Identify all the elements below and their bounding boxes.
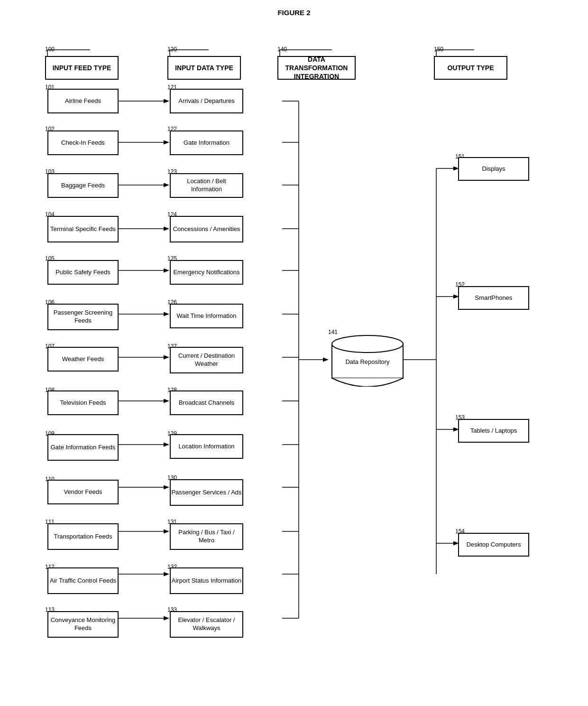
feed-104: Terminal Specific Feeds — [47, 216, 119, 242]
feed-111: Transportation Feeds — [47, 523, 119, 550]
dtype-123: Location / Belt Information — [170, 173, 243, 198]
dtype-125: Emergency Notifications — [170, 260, 243, 285]
dtype-133: Elevator / Escalator / Walkways — [170, 611, 243, 638]
feed-103: Baggage Feeds — [47, 173, 119, 198]
feed-102: Check-In Feeds — [47, 130, 119, 155]
dtype-131: Parking / Bus / Taxi / Metro — [170, 523, 243, 550]
feed-107: Weather Feeds — [47, 347, 119, 372]
data-repository-cylinder: Data Repository — [330, 334, 405, 387]
feed-113: Conveyance Monitoring Feeds — [47, 611, 119, 638]
dtype-129: Location Information — [170, 434, 243, 459]
header-output-type: OUTPUT TYPE — [434, 56, 507, 80]
header-input-data-type: INPUT DATA TYPE — [167, 56, 241, 80]
figure-title: FIGURE 2 — [0, 0, 588, 21]
header-data-transformation: DATA TRANSFORMATION INTEGRATION — [277, 56, 356, 80]
header-input-feed-type: INPUT FEED TYPE — [45, 56, 119, 80]
output-151: Displays — [458, 157, 529, 181]
feed-105: Public Safety Feeds — [47, 260, 119, 285]
feed-112: Air Traffic Control Feeds — [47, 567, 119, 594]
num-150: 150 — [434, 46, 443, 53]
dtype-130: Passenger Services / Ads — [170, 479, 243, 506]
output-152: SmartPhones — [458, 286, 529, 310]
feed-110: Vendor Feeds — [47, 480, 119, 504]
num-100: 100 — [45, 46, 55, 53]
dtype-121: Arrivals / Departures — [170, 89, 243, 113]
output-154: Desktop Computers — [458, 533, 529, 557]
num-140: 140 — [277, 46, 287, 53]
feed-101: Airline Feeds — [47, 89, 119, 113]
dtype-124: Concessions / Amenities — [170, 216, 243, 242]
output-153: Tablets / Laptops — [458, 419, 529, 443]
svg-point-43 — [332, 335, 403, 353]
dtype-126: Wait Time Information — [170, 304, 243, 328]
svg-text:Data Repository: Data Repository — [345, 358, 390, 365]
dtype-132: Airport Status Information — [170, 567, 243, 594]
feed-106: Passenger Screening Feeds — [47, 304, 119, 330]
diagram: 100 120 140 150 INPUT FEED TYPE INPUT DA… — [0, 21, 588, 705]
num-120: 120 — [167, 46, 177, 53]
feed-108: Television Feeds — [47, 390, 119, 415]
feed-109: Gate Information Feeds — [47, 434, 119, 461]
dtype-122: Gate Information — [170, 130, 243, 155]
dtype-128: Broadcast Channels — [170, 390, 243, 415]
dtype-127: Current / Destination Weather — [170, 347, 243, 373]
